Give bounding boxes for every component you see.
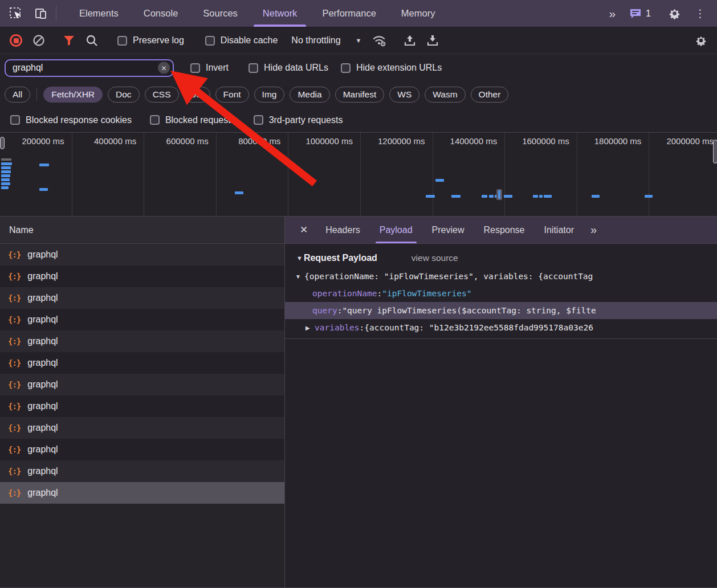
chip-media[interactable]: Media	[290, 87, 329, 103]
preserve-log-checkbox[interactable]: Preserve log	[111, 35, 191, 46]
fetch-xhr-icon: {:}	[8, 467, 21, 476]
import-har-icon[interactable]	[398, 29, 421, 52]
export-har-icon[interactable]	[421, 29, 444, 52]
fetch-xhr-icon: {:}	[8, 272, 21, 281]
record-network-log-button[interactable]	[5, 29, 27, 52]
filter-row: ✕ Invert Hide data URLs Hide extension U…	[0, 54, 717, 81]
chevron-down-icon: ▼	[356, 37, 362, 44]
kebab-menu-icon[interactable]: ⋮	[687, 7, 714, 20]
throttling-dropdown[interactable]: No throttling ▼	[284, 35, 368, 46]
tab-console[interactable]: Console	[131, 0, 191, 27]
network-settings-gear-icon[interactable]	[690, 29, 712, 52]
table-row[interactable]: {:}graphql	[0, 287, 284, 309]
disable-cache-checkbox[interactable]: Disable cache	[198, 35, 285, 46]
chip-js[interactable]: JS	[184, 87, 210, 103]
request-payload-header[interactable]: ▼ Request Payload view source	[285, 244, 717, 268]
request-timing-bar	[504, 195, 512, 198]
divider	[36, 88, 37, 101]
request-name: graphql	[27, 466, 58, 476]
main-tab-strip: ElementsConsoleSourcesNetworkPerformance…	[67, 0, 447, 27]
table-row[interactable]: {:}graphql	[0, 352, 284, 374]
payload-pane: ▼ Request Payload view source ▼{operatio…	[285, 244, 717, 339]
tab-performance[interactable]: Performance	[309, 0, 388, 27]
table-row[interactable]: {:}graphql	[0, 266, 284, 287]
request-timing-bar	[1, 166, 11, 169]
payload-segment: {accountTag: "b12e3b2192ee5588fdad995178…	[364, 323, 593, 332]
blocked-requests-checkbox[interactable]: Blocked requests	[143, 115, 242, 125]
device-toolbar-icon[interactable]	[28, 0, 54, 27]
tab-sources[interactable]: Sources	[190, 0, 250, 27]
network-overview-timeline[interactable]: 200000 ms400000 ms600000 ms800000 ms1000…	[0, 132, 717, 217]
chip-css[interactable]: CSS	[145, 87, 179, 103]
table-row[interactable]: {:}graphql	[0, 439, 284, 460]
payload-tree-row[interactable]: query: "query ipFlowTimeseries($accountT…	[285, 302, 717, 319]
clear-network-log-icon[interactable]	[27, 29, 50, 52]
payload-tree-row[interactable]: operationName: "ipFlowTimeseries"	[285, 285, 717, 302]
name-column-header[interactable]: Name	[0, 217, 284, 244]
hide-extension-urls-checkbox[interactable]: Hide extension URLs	[335, 63, 448, 73]
checkbox	[254, 115, 263, 125]
hide-data-urls-checkbox[interactable]: Hide data URLs	[242, 63, 335, 73]
table-row[interactable]: {:}graphql	[0, 244, 284, 266]
payload-segment: {operationName: "ipFlowTimeseries", vari…	[304, 272, 593, 281]
3rd-party-requests-checkbox[interactable]: 3rd-party requests	[247, 115, 350, 125]
clear-filter-icon[interactable]: ✕	[158, 62, 170, 74]
chip-font[interactable]: Font	[215, 87, 249, 103]
request-timing-bar	[235, 191, 243, 194]
timeline-column: 1400000 ms	[433, 133, 506, 216]
timeline-tick-label: 800000 ms	[238, 136, 280, 146]
table-row[interactable]: {:}graphql	[0, 330, 284, 352]
blocked-response-cookies-checkbox[interactable]: Blocked response cookies	[3, 115, 138, 125]
tab-memory[interactable]: Memory	[389, 0, 448, 27]
table-row[interactable]: {:}graphql	[0, 395, 284, 417]
chip-doc[interactable]: Doc	[108, 87, 140, 103]
request-timing-bar	[533, 195, 538, 198]
tab-elements[interactable]: Elements	[67, 0, 131, 27]
chip-all[interactable]: All	[5, 87, 30, 103]
expand-triangle-icon[interactable]: ▼	[295, 273, 304, 280]
chip-wasm[interactable]: Wasm	[425, 87, 465, 103]
view-source-link[interactable]: view source	[412, 253, 458, 263]
chip-fetchxhr[interactable]: Fetch/XHR	[43, 87, 103, 103]
chip-other[interactable]: Other	[471, 87, 509, 103]
table-row[interactable]: {:}graphql	[0, 374, 284, 395]
more-panels-icon[interactable]: »	[601, 7, 624, 21]
expand-triangle-icon[interactable]: ▶	[305, 325, 315, 331]
chip-ws[interactable]: WS	[389, 87, 419, 103]
timeline-grid: 200000 ms400000 ms600000 ms800000 ms1000…	[0, 133, 717, 216]
table-row[interactable]: {:}graphql	[0, 460, 284, 482]
close-details-icon[interactable]: ✕	[292, 217, 316, 243]
search-icon[interactable]	[80, 29, 103, 52]
details-tab-initiator[interactable]: Initiator	[535, 217, 584, 243]
chip-img[interactable]: Img	[254, 87, 285, 103]
request-timing-bar	[1, 178, 10, 181]
request-timing-bar	[482, 195, 487, 198]
chip-manifest[interactable]: Manifest	[335, 87, 385, 103]
network-conditions-icon[interactable]	[368, 29, 391, 52]
details-tab-preview[interactable]: Preview	[422, 217, 474, 243]
table-row[interactable]: {:}graphql	[0, 482, 284, 504]
payload-tree-row[interactable]: ▶variables: {accountTag: "b12e3b2192ee55…	[285, 319, 717, 336]
timeline-left-handle[interactable]	[0, 137, 5, 149]
filter-funnel-icon[interactable]	[58, 29, 80, 52]
details-more-tabs-icon[interactable]: »	[584, 217, 604, 243]
request-timing-bar	[544, 195, 552, 198]
request-type-chips: AllFetch/XHRDocCSSJSFontImgMediaManifest…	[0, 81, 717, 108]
table-row[interactable]: {:}graphql	[0, 417, 284, 439]
timeline-tick-label: 600000 ms	[166, 136, 209, 146]
timeline-right-handle[interactable]	[713, 140, 717, 164]
details-tab-headers[interactable]: Headers	[316, 217, 369, 243]
devtools-top-bar: ElementsConsoleSourcesNetworkPerformance…	[0, 0, 717, 27]
payload-tree-row[interactable]: ▼{operationName: "ipFlowTimeseries", var…	[285, 268, 717, 285]
details-tab-payload[interactable]: Payload	[370, 217, 422, 243]
tab-network[interactable]: Network	[250, 0, 310, 27]
settings-gear-icon[interactable]	[662, 7, 687, 20]
invert-checkbox[interactable]: Invert	[184, 63, 235, 73]
issues-button[interactable]: 1	[624, 8, 657, 19]
inspect-element-icon[interactable]	[3, 0, 28, 27]
table-row[interactable]: {:}graphql	[0, 309, 284, 330]
payload-segment: "ipFlowTimeseries"	[382, 289, 471, 298]
filter-input[interactable]	[13, 63, 153, 73]
checkbox	[190, 63, 200, 73]
details-tab-response[interactable]: Response	[474, 217, 534, 243]
